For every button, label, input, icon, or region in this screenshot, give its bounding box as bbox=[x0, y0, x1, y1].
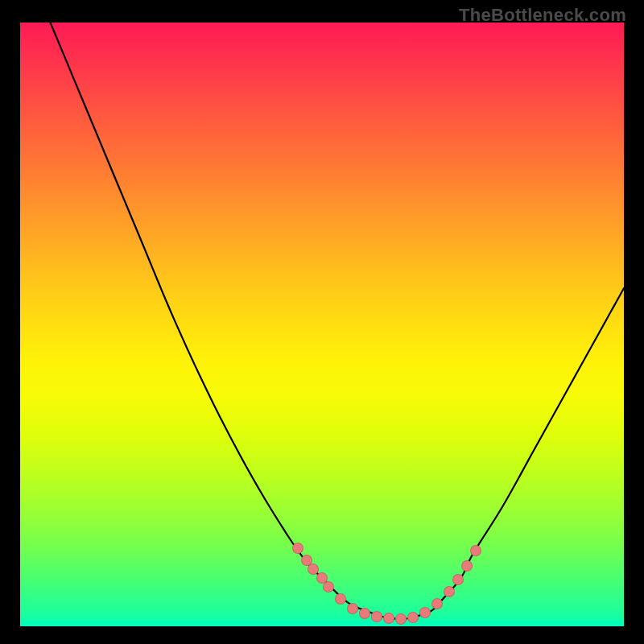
data-point bbox=[452, 574, 464, 585]
data-point bbox=[383, 613, 394, 624]
data-point bbox=[371, 611, 382, 622]
data-point bbox=[395, 613, 407, 625]
data-point bbox=[347, 603, 358, 614]
data-point bbox=[470, 545, 481, 556]
data-point bbox=[461, 560, 473, 572]
data-point bbox=[292, 543, 303, 554]
data-point bbox=[323, 581, 334, 592]
data-point bbox=[431, 598, 443, 609]
data-point bbox=[335, 593, 346, 605]
data-point bbox=[407, 612, 419, 623]
watermark-text: TheBottleneck.com bbox=[459, 5, 626, 26]
chart-container: TheBottleneck.com bbox=[0, 0, 644, 644]
data-point bbox=[308, 564, 319, 575]
data-point bbox=[419, 607, 431, 618]
curve-svg bbox=[20, 23, 624, 626]
plot-area bbox=[20, 23, 624, 626]
bottleneck-curve bbox=[51, 23, 625, 619]
data-point bbox=[359, 608, 370, 619]
data-point bbox=[444, 586, 455, 597]
